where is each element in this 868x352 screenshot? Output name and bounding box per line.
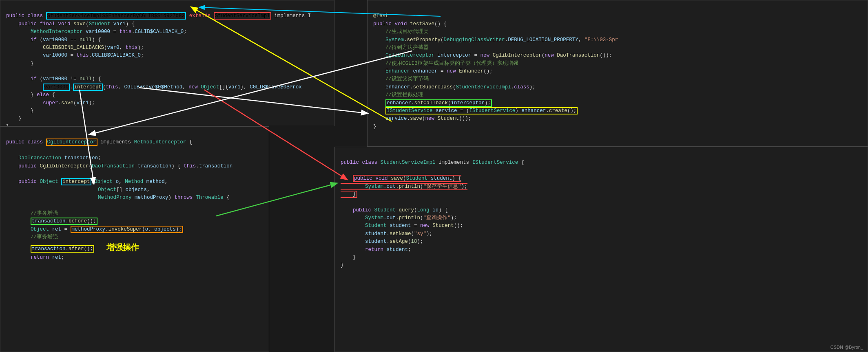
- bottom-right-panel: public class StudentServiceImpl implemen…: [334, 147, 868, 352]
- bottom-left-panel: public class CglibInterceptor implements…: [0, 126, 269, 352]
- watermark: CSDN @Byron_: [830, 345, 863, 350]
- top-left-panel: public class StudentServiceImpl$$Enhance…: [0, 0, 334, 126]
- top-right-panel: @Test public void testSave() { //生成目标代理类…: [367, 0, 868, 147]
